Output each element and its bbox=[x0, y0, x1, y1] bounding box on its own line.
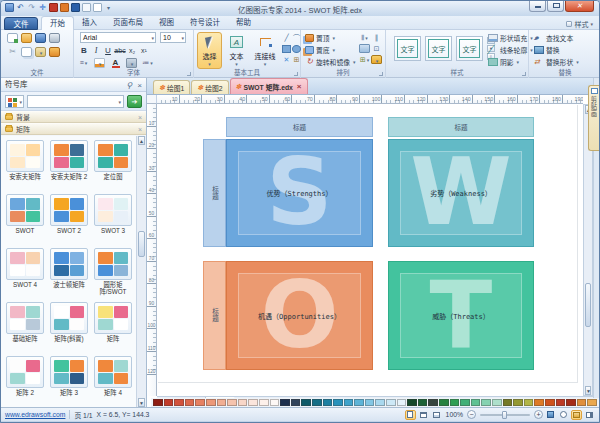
symbol-item[interactable]: 定位图 bbox=[91, 139, 135, 193]
color-swatch[interactable] bbox=[312, 399, 322, 406]
symbol-item[interactable]: 基础矩阵 bbox=[3, 301, 47, 355]
maximize-button[interactable] bbox=[547, 1, 564, 12]
color-swatch[interactable] bbox=[238, 399, 248, 406]
symbol-item[interactable]: 矩阵 3 bbox=[47, 355, 91, 407]
color-swatch[interactable] bbox=[375, 399, 385, 406]
redo-icon[interactable] bbox=[27, 3, 36, 12]
color-swatch[interactable] bbox=[344, 399, 354, 406]
color-swatch[interactable] bbox=[323, 399, 333, 406]
color-swatch[interactable] bbox=[174, 399, 184, 406]
vertical-scrollbar-thumb[interactable] bbox=[585, 283, 591, 327]
move-icon[interactable] bbox=[38, 3, 47, 12]
close-button[interactable]: ✕ bbox=[565, 1, 594, 12]
color-swatch[interactable] bbox=[164, 399, 174, 406]
symbol-item[interactable]: 安索夫矩阵 2 bbox=[47, 139, 91, 193]
document-tab[interactable]: 绘图1 bbox=[153, 80, 190, 94]
color-swatch[interactable] bbox=[185, 399, 195, 406]
color-swatch[interactable] bbox=[471, 399, 481, 406]
ribbon-tab[interactable]: 符号设计 bbox=[182, 16, 228, 30]
underline-button[interactable]: U bbox=[102, 45, 114, 56]
align-icon[interactable] bbox=[359, 33, 370, 42]
library-scrollbar[interactable]: ▲ ▼ bbox=[136, 136, 146, 407]
tools-dialog-launcher[interactable] bbox=[294, 72, 298, 76]
layout-icon[interactable] bbox=[359, 44, 370, 53]
file-menu-button[interactable]: 文件 bbox=[4, 17, 38, 30]
arc-tool-icon[interactable] bbox=[292, 34, 301, 42]
color-swatch[interactable] bbox=[556, 399, 566, 406]
section-close-icon[interactable]: × bbox=[138, 126, 142, 133]
swot-o-left-header[interactable]: 标题 bbox=[203, 261, 226, 370]
export-html-icon[interactable] bbox=[82, 3, 91, 12]
pan-mode-button[interactable] bbox=[571, 410, 582, 420]
library-search-select[interactable] bbox=[27, 95, 124, 108]
ellipse-tool-icon[interactable] bbox=[292, 45, 301, 53]
replace-button[interactable]: 替换 bbox=[534, 45, 560, 55]
color-swatch[interactable] bbox=[418, 399, 428, 406]
color-swatch[interactable] bbox=[397, 399, 407, 406]
color-swatch[interactable] bbox=[217, 399, 227, 406]
symbol-item[interactable]: SWOT 4 bbox=[3, 247, 47, 301]
color-swatch[interactable] bbox=[280, 399, 290, 406]
print-icon[interactable] bbox=[49, 33, 60, 43]
copy-icon[interactable] bbox=[21, 47, 32, 57]
find-text-button[interactable]: 查找文本 bbox=[534, 33, 573, 43]
color-swatch[interactable] bbox=[439, 399, 449, 406]
color-swatch[interactable] bbox=[587, 399, 597, 406]
swot-s-left-header[interactable]: 标题 bbox=[203, 139, 226, 247]
crop-tool-icon[interactable] bbox=[292, 56, 301, 64]
symbol-item[interactable]: 矩阵 2 bbox=[3, 355, 47, 407]
paste-icon[interactable] bbox=[35, 47, 46, 57]
grid-icon[interactable] bbox=[359, 55, 370, 64]
color-swatch[interactable] bbox=[577, 399, 587, 406]
swot-s-main[interactable]: S 优势（Strengths） bbox=[226, 139, 373, 247]
symbol-item[interactable]: 安索夫矩阵 bbox=[3, 139, 47, 193]
cut-icon[interactable] bbox=[7, 47, 18, 57]
full-screen-button[interactable] bbox=[584, 410, 595, 420]
new-document-icon[interactable] bbox=[7, 33, 18, 43]
swot-s-top-header[interactable]: 标题 bbox=[226, 117, 373, 137]
minimize-button[interactable] bbox=[529, 1, 546, 12]
font-name-select[interactable]: Arial bbox=[80, 32, 156, 43]
undo-icon[interactable] bbox=[16, 3, 25, 12]
rotate-mirror-button[interactable]: 旋转和镜像 bbox=[305, 57, 356, 67]
color-swatch[interactable] bbox=[513, 399, 523, 406]
pen-tool-icon[interactable] bbox=[282, 56, 291, 64]
lock-icon[interactable] bbox=[371, 55, 382, 64]
panel-close-icon[interactable] bbox=[137, 79, 142, 92]
pin-icon[interactable] bbox=[126, 79, 132, 92]
export-word-icon[interactable] bbox=[71, 3, 80, 12]
symbol-item[interactable]: 矩阵(斜置) bbox=[47, 301, 91, 355]
save-document-icon[interactable] bbox=[35, 33, 46, 43]
color-swatch[interactable] bbox=[206, 399, 216, 406]
ribbon-tab[interactable]: 视图 bbox=[151, 16, 182, 30]
subscript-button[interactable]: x₂ bbox=[126, 45, 138, 56]
swot-t-main[interactable]: T 威胁（Threats） bbox=[388, 261, 534, 370]
section-close-icon[interactable]: × bbox=[138, 114, 142, 121]
color-swatch[interactable] bbox=[227, 399, 237, 406]
ribbon-tab[interactable]: 页面布局 bbox=[105, 16, 151, 30]
color-swatch[interactable] bbox=[301, 399, 311, 406]
zoom-slider-thumb[interactable] bbox=[502, 411, 507, 419]
style-dialog-launcher[interactable] bbox=[522, 72, 526, 76]
color-swatch[interactable] bbox=[566, 399, 576, 406]
open-icon[interactable] bbox=[21, 33, 32, 43]
ribbon-tab[interactable]: 插入 bbox=[74, 16, 105, 30]
scroll-up-icon[interactable]: ▲ bbox=[138, 136, 145, 145]
library-section-bar[interactable]: 矩阵 × bbox=[1, 123, 146, 135]
export-pdf-icon[interactable] bbox=[49, 3, 58, 12]
drawing-area[interactable]: 标题 标题 S 优势（Strengths） 标题 W 劣势（Weakness） … bbox=[157, 104, 583, 396]
color-swatch[interactable] bbox=[354, 399, 364, 406]
symbol-item[interactable]: SWOT bbox=[3, 193, 47, 247]
color-swatch[interactable] bbox=[153, 399, 163, 406]
style-quick-button[interactable]: 样式 bbox=[566, 19, 593, 29]
symbol-item[interactable]: 矩阵 4 bbox=[91, 355, 135, 407]
bold-button[interactable]: B bbox=[78, 45, 90, 56]
color-swatch[interactable] bbox=[534, 399, 544, 406]
text-style-preview-1[interactable]: 文字 bbox=[394, 36, 421, 61]
symbol-item[interactable]: 圆形矩阵/SWOT bbox=[91, 247, 135, 301]
text-tool-button[interactable]: A 文本 bbox=[224, 32, 249, 69]
color-swatch[interactable] bbox=[291, 399, 301, 406]
ribbon-tab[interactable]: 帮助 bbox=[228, 16, 259, 30]
font-dialog-launcher[interactable] bbox=[187, 72, 191, 76]
symbol-item[interactable]: SWOT 2 bbox=[47, 193, 91, 247]
